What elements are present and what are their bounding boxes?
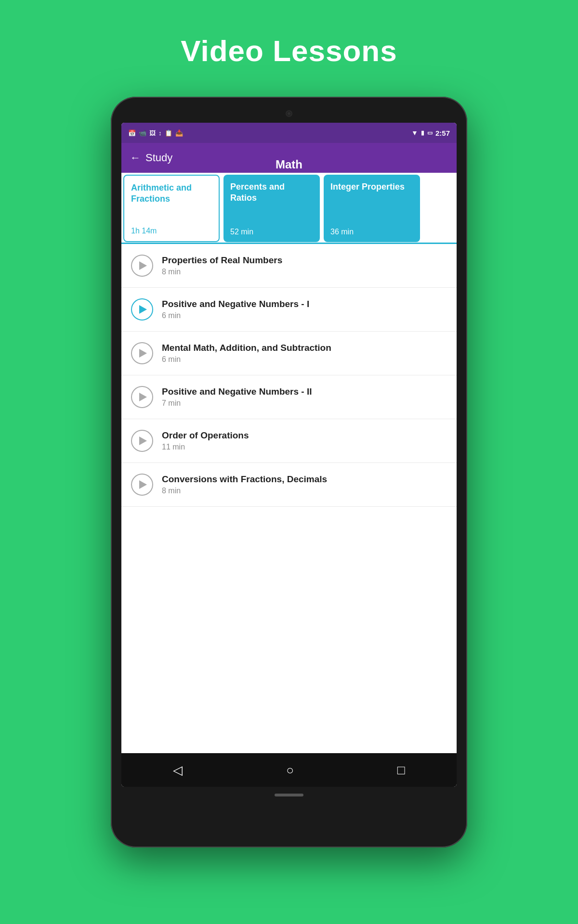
lesson-item-6[interactable]: Conversions with Fractions, Decimals 8 m… [121, 463, 457, 507]
battery-icon: ▭ [427, 129, 433, 136]
lesson-item-2[interactable]: Positive and Negative Numbers - I 6 min [121, 288, 457, 332]
category-tabs: Arithmetic and Fractions 1h 14m Percents… [121, 173, 457, 244]
lesson-info-5: Order of Operations 11 min [162, 430, 249, 451]
play-triangle-3 [139, 349, 147, 358]
home-indicator [275, 794, 303, 796]
back-nav-icon[interactable]: ◁ [173, 763, 183, 778]
lesson-item-1[interactable]: Properties of Real Numbers 8 min [121, 244, 457, 288]
play-triangle-5 [139, 436, 147, 445]
wifi-icon: ▼ [411, 129, 418, 137]
play-button-1[interactable] [131, 255, 153, 277]
lesson-info-1: Properties of Real Numbers 8 min [162, 255, 282, 276]
status-icon-4: ↕ [158, 129, 162, 137]
status-icon-3: 🖼 [149, 129, 156, 137]
lesson-duration-6: 8 min [162, 487, 327, 495]
status-right-icons: ▼ ▮ ▭ 2:57 [411, 129, 450, 137]
tab-duration-percents: 52 min [230, 228, 313, 236]
status-icon-6: 📥 [175, 129, 183, 137]
lesson-duration-4: 7 min [162, 399, 312, 408]
status-bar: 📅 📹 🖼 ↕ 📋 📥 ▼ ▮ ▭ 2:57 [121, 123, 457, 143]
tab-name-integer: Integer Properties [330, 181, 413, 192]
status-left-icons: 📅 📹 🖼 ↕ 📋 📥 [128, 129, 183, 137]
status-icon-2: 📹 [139, 129, 146, 137]
tablet-screen: 📅 📹 🖼 ↕ 📋 📥 ▼ ▮ ▭ 2:57 ← Study Math [121, 123, 457, 787]
lesson-title-6: Conversions with Fractions, Decimals [162, 474, 327, 485]
status-time: 2:57 [435, 129, 450, 137]
lesson-info-6: Conversions with Fractions, Decimals 8 m… [162, 474, 327, 495]
play-button-3[interactable] [131, 342, 153, 364]
category-tab-percents[interactable]: Percents and Ratios 52 min [223, 175, 320, 242]
tab-name-arithmetic: Arithmetic and Fractions [131, 182, 212, 205]
tablet-device: 📅 📹 🖼 ↕ 📋 📥 ▼ ▮ ▭ 2:57 ← Study Math [111, 97, 467, 847]
lesson-item-3[interactable]: Mental Math, Addition, and Subtraction 6… [121, 332, 457, 375]
page-title: Video Lessons [181, 34, 397, 68]
status-icon-5: 📋 [165, 129, 172, 137]
front-camera [286, 110, 292, 117]
lesson-item-5[interactable]: Order of Operations 11 min [121, 419, 457, 463]
study-label: Study [145, 152, 297, 164]
home-nav-icon[interactable]: ○ [286, 763, 294, 778]
lesson-duration-3: 6 min [162, 355, 331, 364]
lesson-info-3: Mental Math, Addition, and Subtraction 6… [162, 343, 331, 364]
lesson-info-4: Positive and Negative Numbers - II 7 min [162, 386, 312, 408]
lesson-item-4[interactable]: Positive and Negative Numbers - II 7 min [121, 375, 457, 419]
app-bar: ← Study Math [121, 143, 457, 173]
lesson-title-2: Positive and Negative Numbers - I [162, 299, 309, 309]
category-tab-integer[interactable]: Integer Properties 36 min [324, 175, 420, 242]
play-button-6[interactable] [131, 474, 153, 496]
play-button-2[interactable] [131, 298, 153, 321]
lesson-info-2: Positive and Negative Numbers - I 6 min [162, 299, 309, 320]
lesson-duration-2: 6 min [162, 311, 309, 320]
tab-name-percents: Percents and Ratios [230, 181, 313, 204]
nav-bar: ◁ ○ □ [121, 753, 457, 787]
play-triangle-1 [139, 261, 147, 270]
status-icon-1: 📅 [128, 129, 136, 137]
back-button[interactable]: ← [130, 152, 141, 164]
category-tab-arithmetic[interactable]: Arithmetic and Fractions 1h 14m [123, 175, 220, 242]
lesson-duration-5: 11 min [162, 443, 249, 451]
lesson-title-5: Order of Operations [162, 430, 249, 441]
play-button-5[interactable] [131, 430, 153, 452]
lesson-list: Properties of Real Numbers 8 min Positiv… [121, 244, 457, 753]
play-triangle-2 [139, 305, 147, 314]
lesson-title-1: Properties of Real Numbers [162, 255, 282, 266]
lesson-duration-1: 8 min [162, 268, 282, 276]
recents-nav-icon[interactable]: □ [397, 763, 405, 778]
lesson-title-4: Positive and Negative Numbers - II [162, 386, 312, 397]
play-triangle-4 [139, 393, 147, 401]
app-bar-title: Math [276, 158, 302, 171]
tab-duration-integer: 36 min [330, 228, 413, 236]
signal-icon: ▮ [421, 129, 424, 136]
lesson-title-3: Mental Math, Addition, and Subtraction [162, 343, 331, 353]
tab-duration-arithmetic: 1h 14m [131, 227, 212, 235]
play-triangle-6 [139, 480, 147, 489]
play-button-4[interactable] [131, 386, 153, 408]
